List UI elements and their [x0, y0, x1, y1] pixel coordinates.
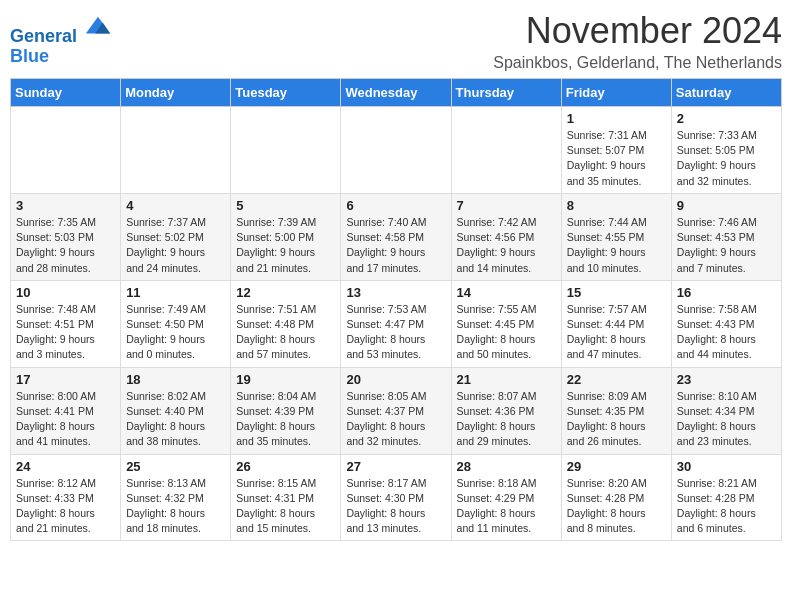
calendar-cell: 29Sunrise: 8:20 AM Sunset: 4:28 PM Dayli… — [561, 454, 671, 541]
day-detail: Sunrise: 8:18 AM Sunset: 4:29 PM Dayligh… — [457, 476, 556, 537]
day-detail: Sunrise: 7:53 AM Sunset: 4:47 PM Dayligh… — [346, 302, 445, 363]
day-number: 29 — [567, 459, 666, 474]
day-number: 21 — [457, 372, 556, 387]
day-number: 8 — [567, 198, 666, 213]
day-number: 11 — [126, 285, 225, 300]
day-number: 28 — [457, 459, 556, 474]
calendar-week-4: 17Sunrise: 8:00 AM Sunset: 4:41 PM Dayli… — [11, 367, 782, 454]
calendar-cell: 5Sunrise: 7:39 AM Sunset: 5:00 PM Daylig… — [231, 193, 341, 280]
day-number: 12 — [236, 285, 335, 300]
calendar-cell: 3Sunrise: 7:35 AM Sunset: 5:03 PM Daylig… — [11, 193, 121, 280]
day-detail: Sunrise: 8:20 AM Sunset: 4:28 PM Dayligh… — [567, 476, 666, 537]
day-detail: Sunrise: 7:51 AM Sunset: 4:48 PM Dayligh… — [236, 302, 335, 363]
day-detail: Sunrise: 8:05 AM Sunset: 4:37 PM Dayligh… — [346, 389, 445, 450]
calendar-body: 1Sunrise: 7:31 AM Sunset: 5:07 PM Daylig… — [11, 107, 782, 541]
day-number: 15 — [567, 285, 666, 300]
day-number: 1 — [567, 111, 666, 126]
day-number: 19 — [236, 372, 335, 387]
day-detail: Sunrise: 8:07 AM Sunset: 4:36 PM Dayligh… — [457, 389, 556, 450]
day-detail: Sunrise: 7:57 AM Sunset: 4:44 PM Dayligh… — [567, 302, 666, 363]
day-detail: Sunrise: 8:00 AM Sunset: 4:41 PM Dayligh… — [16, 389, 115, 450]
day-detail: Sunrise: 7:37 AM Sunset: 5:02 PM Dayligh… — [126, 215, 225, 276]
calendar-cell — [121, 107, 231, 194]
day-detail: Sunrise: 8:09 AM Sunset: 4:35 PM Dayligh… — [567, 389, 666, 450]
calendar-cell: 23Sunrise: 8:10 AM Sunset: 4:34 PM Dayli… — [671, 367, 781, 454]
day-detail: Sunrise: 8:10 AM Sunset: 4:34 PM Dayligh… — [677, 389, 776, 450]
location-subtitle: Spainkbos, Gelderland, The Netherlands — [493, 54, 782, 72]
day-number: 3 — [16, 198, 115, 213]
day-detail: Sunrise: 7:49 AM Sunset: 4:50 PM Dayligh… — [126, 302, 225, 363]
day-number: 9 — [677, 198, 776, 213]
logo-blue: Blue — [10, 46, 49, 66]
day-number: 22 — [567, 372, 666, 387]
calendar-week-1: 1Sunrise: 7:31 AM Sunset: 5:07 PM Daylig… — [11, 107, 782, 194]
day-number: 17 — [16, 372, 115, 387]
calendar-cell: 7Sunrise: 7:42 AM Sunset: 4:56 PM Daylig… — [451, 193, 561, 280]
day-number: 13 — [346, 285, 445, 300]
day-number: 20 — [346, 372, 445, 387]
day-detail: Sunrise: 7:48 AM Sunset: 4:51 PM Dayligh… — [16, 302, 115, 363]
calendar-week-3: 10Sunrise: 7:48 AM Sunset: 4:51 PM Dayli… — [11, 280, 782, 367]
weekday-header-saturday: Saturday — [671, 79, 781, 107]
day-detail: Sunrise: 7:40 AM Sunset: 4:58 PM Dayligh… — [346, 215, 445, 276]
page-header: General Blue November 2024 Spainkbos, Ge… — [10, 10, 782, 72]
day-number: 6 — [346, 198, 445, 213]
weekday-header-row: SundayMondayTuesdayWednesdayThursdayFrid… — [11, 79, 782, 107]
calendar-cell — [341, 107, 451, 194]
calendar-cell: 11Sunrise: 7:49 AM Sunset: 4:50 PM Dayli… — [121, 280, 231, 367]
calendar-table: SundayMondayTuesdayWednesdayThursdayFrid… — [10, 78, 782, 541]
calendar-cell: 27Sunrise: 8:17 AM Sunset: 4:30 PM Dayli… — [341, 454, 451, 541]
calendar-cell — [231, 107, 341, 194]
calendar-cell: 17Sunrise: 8:00 AM Sunset: 4:41 PM Dayli… — [11, 367, 121, 454]
day-detail: Sunrise: 8:15 AM Sunset: 4:31 PM Dayligh… — [236, 476, 335, 537]
calendar-header: SundayMondayTuesdayWednesdayThursdayFrid… — [11, 79, 782, 107]
day-detail: Sunrise: 7:58 AM Sunset: 4:43 PM Dayligh… — [677, 302, 776, 363]
day-detail: Sunrise: 7:33 AM Sunset: 5:05 PM Dayligh… — [677, 128, 776, 189]
day-number: 16 — [677, 285, 776, 300]
day-number: 14 — [457, 285, 556, 300]
weekday-header-tuesday: Tuesday — [231, 79, 341, 107]
calendar-cell: 1Sunrise: 7:31 AM Sunset: 5:07 PM Daylig… — [561, 107, 671, 194]
calendar-cell: 28Sunrise: 8:18 AM Sunset: 4:29 PM Dayli… — [451, 454, 561, 541]
calendar-cell: 8Sunrise: 7:44 AM Sunset: 4:55 PM Daylig… — [561, 193, 671, 280]
day-number: 24 — [16, 459, 115, 474]
day-detail: Sunrise: 7:39 AM Sunset: 5:00 PM Dayligh… — [236, 215, 335, 276]
day-detail: Sunrise: 7:31 AM Sunset: 5:07 PM Dayligh… — [567, 128, 666, 189]
calendar-cell: 20Sunrise: 8:05 AM Sunset: 4:37 PM Dayli… — [341, 367, 451, 454]
weekday-header-thursday: Thursday — [451, 79, 561, 107]
weekday-header-friday: Friday — [561, 79, 671, 107]
calendar-cell: 24Sunrise: 8:12 AM Sunset: 4:33 PM Dayli… — [11, 454, 121, 541]
weekday-header-sunday: Sunday — [11, 79, 121, 107]
day-number: 23 — [677, 372, 776, 387]
calendar-cell: 12Sunrise: 7:51 AM Sunset: 4:48 PM Dayli… — [231, 280, 341, 367]
day-number: 30 — [677, 459, 776, 474]
day-detail: Sunrise: 8:13 AM Sunset: 4:32 PM Dayligh… — [126, 476, 225, 537]
day-number: 5 — [236, 198, 335, 213]
calendar-cell: 9Sunrise: 7:46 AM Sunset: 4:53 PM Daylig… — [671, 193, 781, 280]
weekday-header-monday: Monday — [121, 79, 231, 107]
calendar-week-2: 3Sunrise: 7:35 AM Sunset: 5:03 PM Daylig… — [11, 193, 782, 280]
calendar-cell — [451, 107, 561, 194]
day-number: 27 — [346, 459, 445, 474]
day-number: 7 — [457, 198, 556, 213]
calendar-cell: 22Sunrise: 8:09 AM Sunset: 4:35 PM Dayli… — [561, 367, 671, 454]
day-detail: Sunrise: 7:44 AM Sunset: 4:55 PM Dayligh… — [567, 215, 666, 276]
day-number: 2 — [677, 111, 776, 126]
logo-general: General — [10, 26, 77, 46]
month-title: November 2024 — [493, 10, 782, 52]
calendar-cell: 18Sunrise: 8:02 AM Sunset: 4:40 PM Dayli… — [121, 367, 231, 454]
calendar-cell: 30Sunrise: 8:21 AM Sunset: 4:28 PM Dayli… — [671, 454, 781, 541]
calendar-cell: 2Sunrise: 7:33 AM Sunset: 5:05 PM Daylig… — [671, 107, 781, 194]
calendar-cell: 13Sunrise: 7:53 AM Sunset: 4:47 PM Dayli… — [341, 280, 451, 367]
calendar-cell: 10Sunrise: 7:48 AM Sunset: 4:51 PM Dayli… — [11, 280, 121, 367]
day-number: 26 — [236, 459, 335, 474]
day-detail: Sunrise: 7:55 AM Sunset: 4:45 PM Dayligh… — [457, 302, 556, 363]
day-detail: Sunrise: 7:46 AM Sunset: 4:53 PM Dayligh… — [677, 215, 776, 276]
day-detail: Sunrise: 8:02 AM Sunset: 4:40 PM Dayligh… — [126, 389, 225, 450]
title-block: November 2024 Spainkbos, Gelderland, The… — [493, 10, 782, 72]
calendar-cell: 21Sunrise: 8:07 AM Sunset: 4:36 PM Dayli… — [451, 367, 561, 454]
calendar-cell: 15Sunrise: 7:57 AM Sunset: 4:44 PM Dayli… — [561, 280, 671, 367]
calendar-cell — [11, 107, 121, 194]
day-detail: Sunrise: 8:04 AM Sunset: 4:39 PM Dayligh… — [236, 389, 335, 450]
calendar-week-5: 24Sunrise: 8:12 AM Sunset: 4:33 PM Dayli… — [11, 454, 782, 541]
